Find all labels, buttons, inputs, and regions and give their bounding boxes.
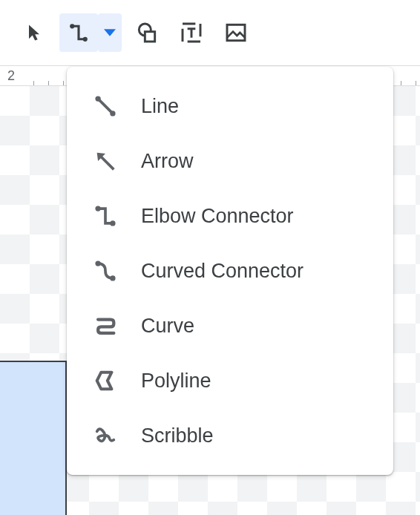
svg-point-13: [110, 275, 115, 281]
menu-item-elbow-connector[interactable]: Elbow Connector: [67, 188, 393, 243]
menu-item-curve[interactable]: Curve: [67, 298, 393, 353]
menu-item-label: Line: [141, 95, 179, 118]
menu-item-label: Scribble: [141, 424, 214, 447]
textbox-icon: [180, 21, 203, 45]
shape-icon: [135, 21, 159, 45]
line-tool-dropdown-button[interactable]: [98, 13, 122, 52]
svg-line-7: [98, 99, 113, 114]
menu-item-scribble[interactable]: Scribble: [67, 408, 393, 463]
scribble-icon: [91, 421, 120, 450]
cursor-icon: [24, 22, 45, 43]
menu-item-line[interactable]: Line: [67, 79, 393, 134]
menu-item-label: Elbow Connector: [141, 205, 294, 228]
select-tool-button[interactable]: [15, 13, 53, 52]
image-icon: [224, 21, 248, 45]
line-dropdown-menu: Line Arrow Elbow Connector: [67, 67, 393, 475]
arrow-icon: [91, 146, 120, 176]
line-icon: [91, 91, 120, 121]
menu-item-arrow[interactable]: Arrow: [67, 134, 393, 188]
svg-rect-3: [145, 32, 154, 42]
menu-item-polyline[interactable]: Polyline: [67, 353, 393, 408]
menu-item-label: Curved Connector: [141, 260, 303, 283]
chevron-down-icon: [104, 27, 116, 39]
curve-icon: [91, 311, 120, 341]
menu-item-label: Arrow: [141, 150, 194, 173]
ruler-label: 2: [7, 68, 15, 84]
menu-item-label: Curve: [141, 315, 194, 338]
svg-point-8: [110, 111, 115, 116]
toolbar: [0, 0, 420, 65]
menu-item-label: Polyline: [141, 370, 211, 393]
line-tool-button[interactable]: [59, 13, 98, 52]
textbox-tool-button[interactable]: [172, 13, 211, 52]
menu-item-curved-connector[interactable]: Curved Connector: [67, 243, 393, 298]
polyline-icon: [91, 366, 120, 396]
elbow-line-icon: [68, 22, 90, 44]
slide-boundary: [0, 361, 67, 515]
svg-point-1: [83, 37, 88, 42]
elbow-connector-icon: [91, 201, 120, 231]
svg-rect-5: [227, 24, 245, 40]
shape-tool-button[interactable]: [128, 13, 166, 52]
image-tool-button[interactable]: [217, 13, 255, 52]
svg-point-11: [110, 220, 115, 226]
curved-connector-icon: [91, 256, 120, 286]
